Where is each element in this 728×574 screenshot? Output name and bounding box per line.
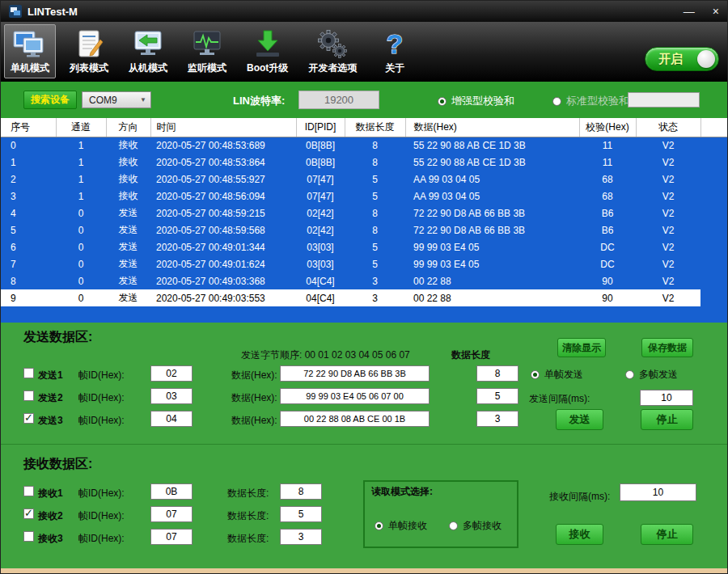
- power-toggle-knob: [697, 50, 715, 68]
- table-cell: 3: [345, 272, 405, 289]
- table-cell: V2: [636, 289, 700, 306]
- receive3-frame-id-input[interactable]: [150, 529, 193, 545]
- send3-frame-id-input[interactable]: [150, 411, 193, 427]
- toolbar-item-slave-mode[interactable]: 从机模式: [122, 24, 174, 78]
- table-cell: V2: [636, 222, 700, 238]
- multi-receive-radio[interactable]: 多帧接收: [449, 519, 502, 533]
- baud-rate-label: LIN波特率:: [233, 94, 285, 108]
- table-row[interactable]: 40发送2020-05-27 00:48:59:21502[42]872 22 …: [1, 205, 727, 222]
- table-cell: 8: [345, 205, 405, 222]
- baud-rate-input[interactable]: [298, 91, 379, 109]
- table-cell: 1: [56, 154, 106, 171]
- app-window: LINTest-M — × 单机模式: [0, 0, 728, 574]
- send2-checkbox[interactable]: [23, 390, 34, 401]
- save-data-button[interactable]: 保存数据: [641, 338, 693, 357]
- table-cell: 接收: [106, 137, 150, 154]
- send-row-2: 发送2 帧ID(Hex): 数据(Hex):: [1, 388, 727, 406]
- send-interval-input[interactable]: [640, 390, 693, 406]
- toolbar-item-list-mode[interactable]: 列表模式: [63, 24, 115, 78]
- table-row[interactable]: 80发送2020-05-27 00:49:03:36804[C4]300 22 …: [1, 272, 727, 289]
- table-filler-cell: [700, 238, 727, 255]
- table-row[interactable]: 70发送2020-05-27 00:49:01:62403[03]599 99 …: [1, 255, 727, 272]
- send-stop-button[interactable]: 停止: [641, 409, 693, 430]
- receive3-checkbox[interactable]: [23, 531, 34, 542]
- toolbar: 单机模式 列表模式: [1, 22, 727, 82]
- col-header-data-length[interactable]: 数据长度: [345, 118, 405, 137]
- send3-checkbox[interactable]: [23, 413, 34, 424]
- col-header-index[interactable]: 序号: [1, 118, 56, 137]
- table-row[interactable]: 90发送2020-05-27 00:49:03:55304[C4]300 22 …: [1, 289, 727, 306]
- receive-stop-button[interactable]: 停止: [641, 524, 693, 545]
- receive1-checkbox[interactable]: [23, 486, 34, 496]
- receive2-frame-id-input[interactable]: [150, 506, 193, 522]
- receive2-length-input[interactable]: [280, 506, 322, 522]
- receive1-length-input[interactable]: [280, 483, 322, 500]
- col-header-time[interactable]: 时间: [150, 118, 296, 137]
- receive1-checkbox-label[interactable]: 接收1: [38, 487, 63, 500]
- receive-button[interactable]: 接收: [556, 524, 603, 545]
- send1-checkbox[interactable]: [23, 368, 34, 378]
- list-mode-icon: [71, 27, 107, 61]
- toolbar-item-boot-upgrade[interactable]: Boot升级: [240, 24, 294, 78]
- table-cell: 1: [56, 171, 106, 188]
- settings-extra-input[interactable]: [628, 92, 700, 108]
- col-header-checksum[interactable]: 校验(Hex): [579, 118, 636, 137]
- standard-checksum-label: 标准型校验和: [566, 94, 629, 108]
- table-cell: 03[03]: [296, 255, 345, 272]
- receive2-checkbox-label[interactable]: 接收2: [38, 509, 63, 523]
- table-row[interactable]: 50发送2020-05-27 00:48:59:56802[42]872 22 …: [1, 222, 727, 238]
- power-toggle[interactable]: 开启: [645, 47, 719, 71]
- send3-length-input[interactable]: [476, 411, 518, 427]
- send3-data-input[interactable]: [280, 411, 430, 427]
- single-receive-radio[interactable]: 单帧接收: [375, 519, 427, 533]
- enhanced-checksum-radio[interactable]: 增强型校验和: [438, 94, 514, 108]
- receive3-length-input[interactable]: [280, 529, 322, 545]
- col-header-status[interactable]: 状态: [636, 118, 700, 137]
- send3-checkbox-label[interactable]: 发送3: [38, 414, 63, 428]
- table-row[interactable]: 31接收2020-05-27 00:48:56:09407[47]5AA 99 …: [1, 188, 727, 205]
- standard-checksum-radio[interactable]: 标准型校验和: [552, 94, 629, 108]
- table-row[interactable]: 21接收2020-05-27 00:48:55:92707[47]5AA 99 …: [1, 171, 727, 188]
- table-cell: 90: [579, 289, 636, 306]
- send1-length-input[interactable]: [476, 365, 518, 382]
- col-header-id[interactable]: ID[PID]: [296, 118, 345, 137]
- toolbar-item-label: 监听模式: [188, 61, 226, 75]
- toolbar-item-developer-options[interactable]: 开发者选项: [302, 24, 363, 78]
- minimize-button[interactable]: —: [684, 1, 695, 22]
- table-cell: 04[C4]: [296, 289, 345, 306]
- receive1-frame-id-input[interactable]: [150, 483, 193, 500]
- send2-length-input[interactable]: [476, 388, 518, 404]
- col-header-data[interactable]: 数据(Hex): [405, 118, 579, 137]
- send-button[interactable]: 发送: [556, 409, 603, 430]
- com-port-select[interactable]: COM9 ▼: [82, 91, 151, 108]
- send2-data-input[interactable]: [280, 388, 430, 404]
- col-header-channel[interactable]: 通道: [56, 118, 106, 137]
- single-send-radio[interactable]: 单帧发送: [531, 368, 583, 382]
- send2-checkbox-label[interactable]: 发送2: [38, 391, 63, 405]
- table-row[interactable]: 01接收2020-05-27 00:48:53:6890B[8B]855 22 …: [1, 137, 727, 154]
- receive-interval-input[interactable]: [620, 483, 696, 501]
- table-cell: 04[C4]: [296, 272, 345, 289]
- toolbar-item-about[interactable]: ? 关于: [370, 24, 419, 78]
- receive3-checkbox-label[interactable]: 接收3: [38, 532, 63, 546]
- send2-frame-id-input[interactable]: [150, 388, 193, 404]
- receive2-checkbox[interactable]: [23, 509, 34, 519]
- receive-area-title: 接收数据区:: [23, 456, 92, 473]
- send1-frame-id-input[interactable]: [150, 365, 193, 382]
- search-device-button[interactable]: 搜索设备: [23, 91, 77, 109]
- send-area-title: 发送数据区:: [23, 329, 92, 346]
- send-row-3: 发送3 帧ID(Hex): 数据(Hex):: [1, 411, 727, 428]
- toolbar-item-standalone-mode[interactable]: 单机模式: [4, 24, 56, 78]
- table-row[interactable]: 60发送2020-05-27 00:49:01:34403[03]599 99 …: [1, 238, 727, 255]
- send1-data-input[interactable]: [280, 365, 430, 382]
- clear-display-button[interactable]: 清除显示: [557, 338, 606, 357]
- svg-text:?: ?: [387, 28, 404, 59]
- table-filler-cell: [700, 137, 727, 154]
- multi-send-radio[interactable]: 多帧发送: [625, 368, 678, 382]
- table-row[interactable]: 11接收2020-05-27 00:48:53:8640B[8B]855 22 …: [1, 154, 727, 171]
- table-cell: AA 99 03 04 05: [405, 171, 579, 188]
- col-header-direction[interactable]: 方向: [106, 118, 150, 137]
- toolbar-item-listen-mode[interactable]: 监听模式: [181, 24, 233, 78]
- send1-checkbox-label[interactable]: 发送1: [38, 369, 63, 382]
- close-button[interactable]: ×: [713, 1, 719, 22]
